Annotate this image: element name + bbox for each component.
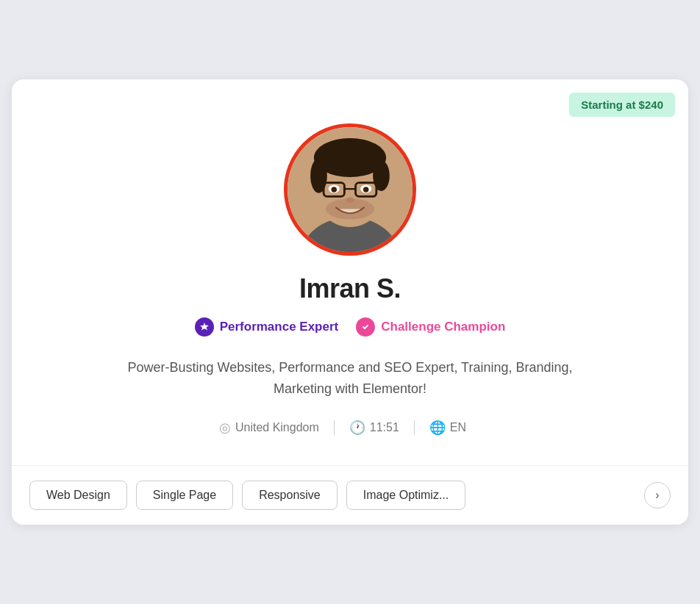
tags-row: Web Design Single Page Responsive Image … [12,465,688,525]
user-description: Power-Busting Websites, Performance and … [100,357,600,400]
user-name: Imran S. [299,273,401,304]
location-text: United Kingdom [235,421,319,434]
location-icon: ◎ [219,420,231,436]
scroll-right-button[interactable]: › [644,482,671,508]
starting-price-badge: Starting at $240 [569,93,675,117]
tag-single-page[interactable]: Single Page [136,481,233,510]
clock-icon: 🕐 [349,420,365,436]
tag-image-optim[interactable]: Image Optimiz... [346,481,465,510]
language-icon: 🌐 [429,420,446,436]
location-info: ◎ United Kingdom [219,420,334,436]
avatar [284,123,416,256]
badges-row: Performance Expert Challenge Champion [195,317,506,337]
performance-expert-badge: Performance Expert [195,317,339,337]
challenge-champion-badge: Challenge Champion [356,317,505,337]
challenge-champion-icon [356,317,375,337]
svg-point-19 [363,187,369,193]
profile-card: Starting at $240 [12,79,688,525]
language-info: 🌐 EN [415,420,481,436]
info-row: ◎ United Kingdom 🕐 11:51 🌐 EN [219,420,481,436]
svg-point-20 [346,197,354,203]
card-body: Starting at $240 [12,79,688,466]
challenge-champion-label: Challenge Champion [381,320,505,334]
performance-expert-icon [195,317,214,337]
performance-expert-label: Performance Expert [220,320,339,334]
time-text: 11:51 [370,421,399,434]
time-info: 🕐 11:51 [335,420,414,436]
language-text: EN [450,421,466,434]
tag-web-design[interactable]: Web Design [29,481,127,510]
svg-point-18 [332,187,338,193]
tag-responsive[interactable]: Responsive [242,481,338,510]
